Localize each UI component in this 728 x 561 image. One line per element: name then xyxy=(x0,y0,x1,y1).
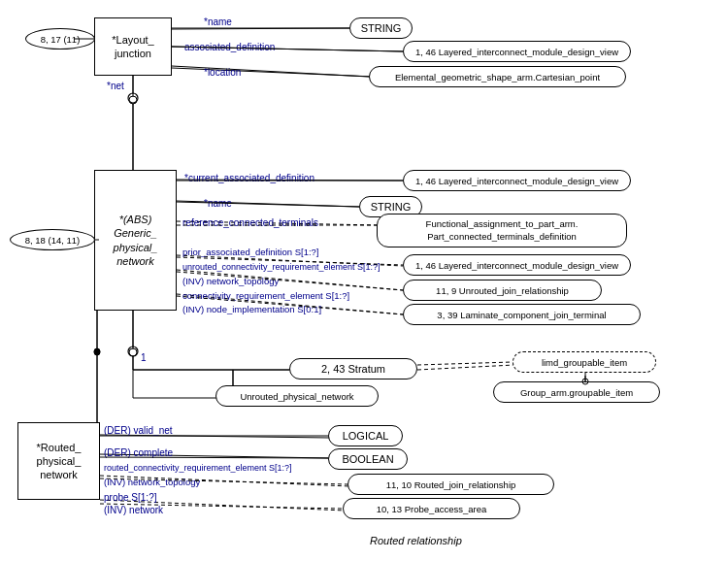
logical-box: LOGICAL xyxy=(328,425,403,446)
routed-join-label: 11, 10 Routed_join_relationship xyxy=(386,479,516,490)
cardinality2-label: 8, 18 (14, 11) xyxy=(25,235,81,246)
probe-access-box: 10, 13 Probe_access_area xyxy=(343,498,520,519)
uml-diagram: *Layout_ junction *(ABS)Generic_physical… xyxy=(0,0,728,561)
routed-join-box: 11, 10 Routed_join_relationship xyxy=(347,474,554,495)
inv-net-top1-label: (INV) network_topology xyxy=(182,276,279,286)
unrouted-conn-label: unrouted_connectivity_requirement_elemen… xyxy=(182,262,381,272)
boolean-label: BOOLEAN xyxy=(342,453,393,465)
cardinality1-ellipse: 8, 17 (11) xyxy=(25,28,95,50)
der-complete-label: (DER) complete xyxy=(104,447,173,458)
layered1-label: 1, 46 Layered_interconnect_module_design… xyxy=(415,47,618,57)
assoc-def-label: associated_definition xyxy=(184,42,275,52)
svg-line-0 xyxy=(172,28,349,29)
laminate-box: 3, 39 Laminate_component_join_terminal xyxy=(403,304,641,325)
layered2-label: 1, 46 Layered_interconnect_module_design… xyxy=(415,176,618,186)
unrouted-network-label: Unrouted_physical_network xyxy=(240,391,353,402)
string1-label: STRING xyxy=(361,22,402,34)
routed-conn-label: routed_connectivity_requirement_element … xyxy=(104,463,292,473)
der-valid-label: (DER) valid_net xyxy=(104,425,173,436)
inv-net-label: (INV) network xyxy=(104,505,163,515)
unrouted-join-box: 11, 9 Unrouted_join_relationship xyxy=(403,280,602,301)
layered3-box: 1, 46 Layered_interconnect_module_design… xyxy=(403,254,631,276)
svg-line-15 xyxy=(417,365,514,370)
svg-point-4 xyxy=(129,96,137,104)
svg-line-32 xyxy=(172,66,369,77)
routed-network-label: *Routed_ physical_ network xyxy=(18,441,99,482)
svg-point-45 xyxy=(128,346,138,356)
svg-line-48 xyxy=(417,362,513,365)
layout-junction-label: *Layout_ junction xyxy=(95,33,171,61)
cardinality2-ellipse: 8, 18 (14, 11) xyxy=(10,229,95,250)
svg-line-2 xyxy=(172,68,374,77)
svg-point-34 xyxy=(128,93,138,103)
limd-groupable-box: limd_groupable_item xyxy=(513,351,656,373)
net-label: *net xyxy=(107,81,124,91)
logical-label: LOGICAL xyxy=(343,430,389,442)
string1-box: STRING xyxy=(349,17,413,39)
laminate-label: 3, 39 Laminate_component_join_terminal xyxy=(437,310,606,320)
inv-net-top2-label: (INV) network_topology xyxy=(104,477,200,487)
cartesian-box: Elemental_geometric_shape_arm.Cartesian_… xyxy=(369,66,626,87)
name1-label: *name xyxy=(204,16,232,27)
routed-relationship-label: Routed relationship xyxy=(370,535,462,546)
location-label: *location xyxy=(204,67,241,78)
group-arm-label: Group_arm.groupable_item xyxy=(520,387,633,398)
current-assoc-label: *current_associated_definition xyxy=(184,173,314,183)
boolean-box: BOOLEAN xyxy=(328,448,408,470)
stratum-box: 2, 43 Stratum xyxy=(289,358,417,380)
name2-label: *name xyxy=(204,198,232,209)
limd-groupable-label: limd_groupable_item xyxy=(542,357,627,368)
stratum-label: 2, 43 Stratum xyxy=(321,363,385,375)
ref-conn-label: reference_connected_terminals xyxy=(182,217,318,228)
prior-assoc-label: prior_associated_definition S[1:?] xyxy=(182,247,318,257)
generic-network-box: *(ABS)Generic_physical_network xyxy=(94,170,177,311)
svg-point-53 xyxy=(94,349,100,355)
probe-access-label: 10, 13 Probe_access_area xyxy=(377,504,487,514)
functional-box: Functional_assignment_to_part_arm. Part_… xyxy=(377,214,627,248)
cardinality1-label: 8, 17 (11) xyxy=(41,34,81,45)
group-arm-box: Group_arm.groupable_item xyxy=(493,381,660,403)
one-label: 1 xyxy=(141,352,147,363)
functional-label: Functional_assignment_to_part_arm. Part_… xyxy=(382,218,621,243)
string2-label: STRING xyxy=(371,201,412,213)
svg-point-21 xyxy=(94,348,100,354)
unrouted-join-label: 11, 9 Unrouted_join_relationship xyxy=(436,285,569,296)
conn-req-label: connectivity_requirement_element S[1:?] xyxy=(182,290,349,301)
probe-label: probe S[1:?] xyxy=(104,492,156,503)
layered1-box: 1, 46 Layered_interconnect_module_design… xyxy=(403,41,631,62)
unrouted-network-box: Unrouted_physical_network xyxy=(215,385,379,407)
layered2-box: 1, 46 Layered_interconnect_module_design… xyxy=(403,170,631,191)
inv-node-label: (INV) node_implementation S[0:1] xyxy=(182,304,321,314)
generic-network-label: *(ABS)Generic_physical_network xyxy=(114,213,158,268)
svg-point-13 xyxy=(129,348,137,356)
routed-network-box: *Routed_ physical_ network xyxy=(17,422,100,500)
layout-junction-box: *Layout_ junction xyxy=(94,17,172,76)
cartesian-label: Elemental_geometric_shape_arm.Cartesian_… xyxy=(395,72,600,82)
layered3-label: 1, 46 Layered_interconnect_module_design… xyxy=(415,260,618,271)
